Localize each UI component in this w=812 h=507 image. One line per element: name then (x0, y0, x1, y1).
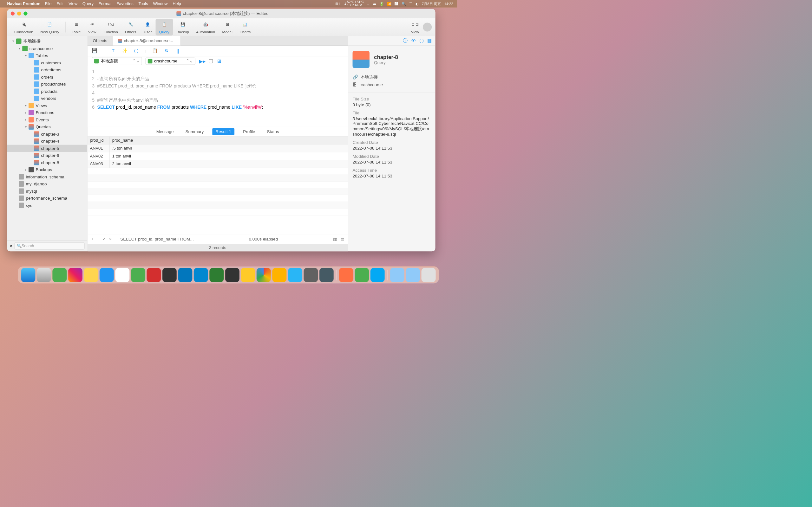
table-item[interactable]: customers (7, 59, 88, 66)
info-tab-icon[interactable]: ⓘ (403, 38, 408, 44)
grid-view-icon[interactable]: ▦ (333, 236, 337, 241)
photos-icon[interactable] (68, 268, 83, 282)
form-view-icon[interactable]: ▤ (340, 236, 345, 241)
fullscreen-button[interactable] (23, 11, 27, 15)
menu-edit[interactable]: Edit (56, 1, 63, 6)
pycharm-icon[interactable] (162, 268, 177, 282)
bed-icon[interactable]: 🛏 (373, 2, 376, 6)
database-node[interactable]: mysql (7, 187, 88, 195)
tab-objects[interactable]: Objects (88, 36, 113, 46)
user-button[interactable]: 👤User (140, 19, 156, 36)
query-builder-icon[interactable]: ⊞ (216, 59, 222, 64)
menu-view[interactable]: View (68, 1, 78, 6)
trash-icon[interactable] (421, 268, 436, 282)
input-icon[interactable]: 🅰 (395, 2, 398, 6)
notes-icon[interactable] (84, 268, 98, 282)
app-icon[interactable] (319, 268, 334, 282)
table-button[interactable]: ▦Table (68, 19, 84, 36)
table-item[interactable]: orderitems (7, 66, 88, 73)
backups-folder[interactable]: ▸Backups (7, 166, 88, 173)
settings-icon[interactable]: ⚙ (10, 244, 12, 248)
app-icon[interactable] (370, 268, 385, 282)
views-folder[interactable]: ▸Views (7, 102, 88, 109)
query-item[interactable]: chapter-8 (7, 159, 88, 166)
table-row[interactable]: ANV01.5 ton anvil (88, 145, 348, 153)
siri-icon[interactable]: ◐ (415, 2, 419, 6)
events-folder[interactable]: ▸Events (7, 116, 88, 124)
save-icon[interactable]: 💾 (92, 48, 97, 54)
menu-favorites[interactable]: Favorites (116, 1, 133, 6)
query-item-selected[interactable]: chapter-5 (7, 145, 88, 152)
facetime-icon[interactable] (355, 268, 369, 282)
database-node[interactable]: information_schema (7, 173, 88, 181)
beautify-icon[interactable]: ✨ (122, 48, 128, 54)
result-tab-summary[interactable]: Summary (182, 128, 207, 135)
result-grid[interactable]: prod_id prod_name ANV01.5 ton anvil ANV0… (88, 136, 348, 234)
terminal-icon[interactable] (225, 268, 240, 282)
sourcetree-icon[interactable] (194, 268, 208, 282)
code-area[interactable]: #查询所有以jet开头的产品 #SELECT prod_id, prod_nam… (97, 68, 348, 125)
view-button[interactable]: 👁View (84, 19, 100, 36)
format-icon[interactable]: T (110, 48, 116, 54)
table-row[interactable]: ANV021 ton anvil (88, 152, 348, 160)
app-name[interactable]: Navicat Premium (7, 1, 41, 6)
table-item[interactable]: products (7, 88, 88, 95)
visualize-icon[interactable]: ‖ (175, 48, 181, 54)
chrome-icon[interactable] (257, 268, 271, 282)
evernote-icon[interactable] (209, 268, 223, 282)
qq-icon[interactable] (115, 268, 130, 282)
database-node[interactable]: sys (7, 202, 88, 209)
result-tab-message[interactable]: Message (153, 128, 177, 135)
automation-button[interactable]: 🤖Automation (193, 19, 218, 36)
snippet-icon[interactable]: ↻ (164, 48, 169, 54)
minimize-button[interactable] (17, 11, 21, 15)
column-header[interactable]: prod_name (110, 136, 138, 144)
bluetooth-icon[interactable]: ⌵ (367, 2, 369, 6)
menu-format[interactable]: Format (99, 1, 112, 6)
vscode-icon[interactable] (178, 268, 192, 282)
messages-icon[interactable] (52, 268, 67, 282)
sql-editor[interactable]: 1 2 3 4 5 6 #查询所有以jet开头的产品 #SELECT prod_… (88, 66, 348, 127)
connection-node[interactable]: ▾本地连接 (7, 38, 88, 45)
column-header[interactable]: prod_id (88, 136, 110, 144)
finder-icon[interactable] (21, 268, 35, 282)
table-row[interactable]: ANV032 ton anvil (88, 160, 348, 168)
tab-query[interactable]: chapter-8@crashcourse... (113, 36, 181, 46)
search-icon[interactable]: 🔍 (402, 2, 406, 6)
connection-button[interactable]: 🔌Connection (11, 19, 37, 36)
wechat-icon[interactable] (131, 268, 145, 282)
remove-row-icon[interactable]: − (97, 236, 99, 241)
stop-button[interactable] (209, 59, 213, 63)
temp-indicator[interactable]: 🌡 52°C / 51°C1307 RPM (344, 1, 364, 7)
search-input[interactable]: 🔍 Search (14, 242, 85, 250)
function-button[interactable]: ƒ(x)Function (100, 19, 121, 36)
charts-button[interactable]: 📊Charts (236, 19, 254, 36)
grid-tab-icon[interactable]: ▦ (427, 38, 432, 43)
menu-window[interactable]: Window (153, 1, 167, 6)
query-item[interactable]: chapter-6 (7, 152, 88, 159)
database-node[interactable]: ▾crashcourse (7, 45, 88, 52)
query-button[interactable]: 📋Query (156, 19, 173, 36)
query-item[interactable]: chapter-4 (7, 137, 88, 145)
netease-icon[interactable] (147, 268, 161, 282)
menu-tools[interactable]: Tools (138, 1, 148, 6)
menu-file[interactable]: File (45, 1, 52, 6)
account-avatar[interactable] (423, 22, 432, 32)
result-tab-result1[interactable]: Result 1 (212, 128, 235, 135)
others-button[interactable]: 🔧Others (121, 19, 140, 36)
table-item[interactable]: vendors (7, 95, 88, 102)
close-button[interactable] (11, 11, 14, 15)
control-center-icon[interactable]: ☰ (409, 2, 412, 6)
appstore-icon[interactable] (100, 268, 114, 282)
preview-tab-icon[interactable]: 👁 (411, 38, 416, 43)
cancel-icon[interactable]: × (109, 236, 112, 241)
app-icon[interactable] (272, 268, 287, 282)
run-button[interactable]: ▶▸ (199, 58, 205, 64)
query-item[interactable]: chapter-3 (7, 130, 88, 138)
model-button[interactable]: ⊞Model (218, 19, 236, 36)
launchpad-icon[interactable] (37, 268, 51, 282)
result-tab-profile[interactable]: Profile (240, 128, 258, 135)
potplayer-icon[interactable] (241, 268, 255, 282)
parentheses-icon[interactable]: ( ) (134, 48, 139, 54)
menu-help[interactable]: Help (172, 1, 181, 6)
